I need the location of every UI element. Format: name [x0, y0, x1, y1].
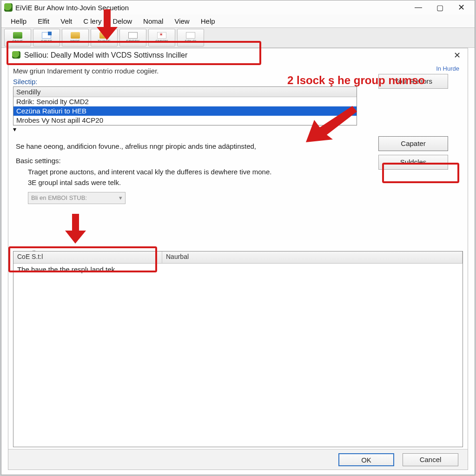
capater-button[interactable]: Capater — [378, 136, 448, 151]
toolbar-button[interactable]: EDLCI — [177, 29, 204, 46]
toolbar-button[interactable]: THACE — [91, 29, 118, 46]
toolbar-icon — [186, 32, 195, 39]
listbox-header: Sendilly — [13, 87, 357, 97]
dialog-titlebar: Selliou: Deally Model with VCDS Sottivns… — [8, 48, 468, 62]
suldcles-button[interactable]: Suldcles — [378, 155, 448, 170]
toolbar-button[interactable]: CMION — [148, 29, 175, 46]
toolbar-icon — [157, 32, 166, 39]
cancel-button[interactable]: Cancel — [403, 453, 458, 466]
menu-item[interactable]: Hellp — [5, 16, 32, 26]
basic-settings-line: 3E groupl intal sads were telk. — [28, 177, 463, 188]
grid-header-cell[interactable]: CoE S.t:l — [13, 251, 162, 263]
menubar: Hellp Elfit Velt C lery Delow Nomal View… — [1, 14, 475, 27]
toolbar-button[interactable]: CNHE — [4, 29, 31, 46]
toolbar-button[interactable]: MIOE — [62, 29, 89, 46]
window-controls: — ▢ ✕ — [408, 0, 472, 14]
dialog-footer: OK Cancel — [8, 449, 468, 469]
app-icon — [4, 3, 13, 12]
menu-item[interactable]: Velt — [55, 16, 78, 26]
menu-item[interactable]: Help — [195, 16, 221, 26]
toolbar-icon — [13, 32, 22, 39]
disabled-combo-text: Bli en EMBOI STUB: — [31, 194, 87, 201]
toolbar-button[interactable]: EDOTY — [119, 29, 146, 46]
window-title: EiViE Bur Ahow Into·Jovin Secuetion — [15, 4, 408, 12]
results-grid: CoE S.t:l Naurbal The have the the respl… — [13, 251, 463, 447]
dialog-close-button[interactable]: ✕ — [450, 50, 464, 60]
listbox-item[interactable]: Rdrik: Senoid lty CMD2 — [13, 97, 357, 106]
menu-item[interactable]: C lery — [78, 16, 107, 26]
toolbar: CNHE CAVIT MIOE THACE EDOTY CMION EDLCI — [1, 27, 475, 48]
menu-item[interactable]: Elfit — [32, 16, 55, 26]
listbox[interactable]: Sendilly Rdrik: Senoid lty CMD2 Cezüna R… — [13, 86, 357, 126]
toolbar-button[interactable]: CAVIT — [33, 29, 60, 46]
toolbar-icon — [99, 32, 109, 39]
chevron-down-icon: ▾ — [119, 194, 122, 201]
maximize-button[interactable]: ▢ — [429, 0, 450, 14]
toolbar-icon — [128, 32, 138, 39]
titlebar: EiViE Bur Ahow Into·Jovin Secuetion — ▢ … — [1, 0, 475, 14]
menu-item[interactable]: Nomal — [138, 16, 169, 26]
side-label: In Hurde — [378, 65, 462, 72]
toolbar-icon — [71, 32, 80, 39]
close-button[interactable]: ✕ — [450, 0, 472, 14]
side-panel: In Hurde Your Retiors Capater Suldcles — [378, 65, 462, 173]
dialog: Selliou: Deally Model with VCDS Sottivns… — [8, 48, 468, 470]
dialog-icon — [12, 51, 21, 60]
grid-row[interactable]: The have the the resplı land tek. — [13, 264, 463, 275]
grid-header-row: CoE S.t:l Naurbal — [13, 251, 463, 264]
menu-item[interactable]: Delow — [107, 16, 138, 26]
your-retiors-button[interactable]: Your Retiors — [378, 74, 448, 89]
dialog-title-text: Selliou: Deally Model with VCDS Sottivns… — [24, 51, 450, 60]
listbox-item[interactable]: Mrobes Vy Nost apill 4CP20 — [13, 116, 357, 125]
grid-header-cell[interactable]: Naurbal — [162, 251, 463, 263]
toolbar-icon — [42, 32, 51, 39]
main-window: EiViE Bur Ahow Into·Jovin Secuetion — ▢ … — [1, 0, 475, 475]
disabled-combo: Bli en EMBOI STUB: ▾ — [28, 192, 126, 204]
ok-button[interactable]: OK — [338, 453, 394, 466]
listbox-item-selected[interactable]: Cezüna Ratiuri to HEB — [13, 106, 357, 116]
menu-item[interactable]: View — [169, 16, 195, 26]
minimize-button[interactable]: — — [408, 0, 429, 14]
